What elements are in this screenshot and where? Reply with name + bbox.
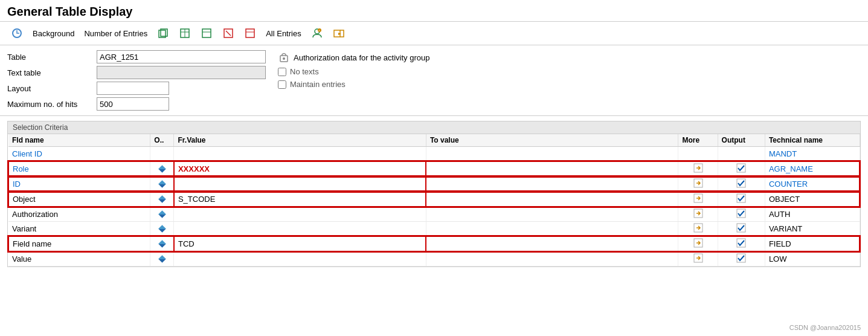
cell-more[interactable] <box>678 207 718 222</box>
form-left: Table Text table Layout Maximum no. of h… <box>7 50 266 111</box>
cell-fld-name[interactable]: Authorization <box>8 207 150 222</box>
export-button[interactable] <box>329 25 349 41</box>
maintain-entries-checkbox[interactable] <box>278 80 286 89</box>
more-arrow-icon[interactable] <box>693 195 703 205</box>
table-row: Value LOW <box>8 251 860 267</box>
cell-fld-name[interactable]: Variant <box>8 221 150 236</box>
svg-rect-6 <box>202 29 211 37</box>
cell-fr-value[interactable] <box>174 147 426 161</box>
diamond-icon <box>158 225 166 233</box>
tech-name-text: OBJECT <box>769 195 800 204</box>
more-arrow-icon[interactable] <box>693 240 703 250</box>
cell-to-value[interactable] <box>426 251 678 267</box>
cell-to-value[interactable] <box>426 207 678 222</box>
cell-op <box>150 147 174 161</box>
cell-fr-value[interactable] <box>174 192 426 207</box>
table-layout-icon <box>201 27 213 39</box>
cell-fld-name[interactable]: Value <box>8 251 150 267</box>
cell-to-value[interactable] <box>426 176 678 192</box>
table-copy-icon <box>157 27 169 39</box>
fld-name-text: Role <box>13 164 29 173</box>
cell-more[interactable] <box>678 251 718 267</box>
cell-more[interactable] <box>678 161 718 176</box>
cell-output[interactable] <box>718 251 765 267</box>
output-checkbox-icon[interactable] <box>736 166 746 175</box>
icon-btn-1[interactable] <box>153 25 173 41</box>
all-entries-button[interactable]: All Entries <box>262 27 305 40</box>
cell-more[interactable] <box>678 176 718 192</box>
cell-to-value[interactable] <box>426 147 678 161</box>
cell-output[interactable] <box>718 207 765 222</box>
no-texts-checkbox[interactable] <box>278 68 286 76</box>
cell-to-value[interactable] <box>426 161 678 176</box>
cell-to-value[interactable] <box>426 192 678 207</box>
cell-fr-value[interactable] <box>174 221 426 236</box>
svg-rect-10 <box>246 29 254 37</box>
output-checkbox-icon[interactable] <box>736 211 746 220</box>
max-hits-input[interactable] <box>97 97 169 111</box>
cell-fld-name[interactable]: Object <box>8 192 150 207</box>
cell-fr-value[interactable] <box>174 207 426 222</box>
page-title: General Table Display <box>7 5 861 19</box>
output-checkbox-icon[interactable] <box>736 225 746 234</box>
diamond-icon <box>158 210 166 218</box>
cell-output[interactable] <box>718 236 765 251</box>
person-button[interactable]: + <box>307 25 327 41</box>
cell-output[interactable] <box>718 192 765 207</box>
cell-to-value[interactable] <box>426 236 678 251</box>
output-checkbox-icon[interactable] <box>736 181 746 190</box>
cell-output[interactable] <box>718 161 765 176</box>
output-checkbox-icon[interactable] <box>736 256 746 265</box>
output-checkbox-icon[interactable] <box>736 241 746 250</box>
more-arrow-icon[interactable] <box>693 180 703 190</box>
cell-to-value[interactable] <box>426 221 678 236</box>
cell-fld-name[interactable]: Client ID <box>8 147 150 161</box>
table-input[interactable] <box>97 50 266 63</box>
fld-name-text: Object <box>13 195 36 204</box>
fr-value-input[interactable] <box>178 164 422 173</box>
cell-op <box>150 176 174 192</box>
icon-btn-3[interactable] <box>197 25 216 41</box>
cell-more[interactable] <box>678 192 718 207</box>
num-entries-button[interactable]: Number of Entries <box>80 27 151 40</box>
refresh-button[interactable] <box>7 25 27 41</box>
cell-fr-value[interactable] <box>174 236 426 251</box>
fr-value-input[interactable] <box>178 195 422 204</box>
selection-section: Selection Criteria Fld name O.. Fr.Value… <box>7 121 861 267</box>
fr-value-input[interactable] <box>178 239 422 248</box>
cell-output[interactable] <box>718 147 765 161</box>
selection-table: Fld name O.. Fr.Value To value More Outp… <box>8 134 860 267</box>
more-arrow-icon[interactable] <box>693 225 703 234</box>
cell-fld-name[interactable]: ID <box>8 176 150 192</box>
more-arrow-icon[interactable] <box>693 255 703 265</box>
icon-btn-2[interactable] <box>175 25 194 41</box>
cell-more[interactable] <box>678 147 718 161</box>
cell-fld-name[interactable]: Field name <box>8 236 150 251</box>
cell-output[interactable] <box>718 176 765 192</box>
layout-input[interactable] <box>97 82 169 95</box>
cell-tech-name: COUNTER <box>765 176 860 192</box>
cell-more[interactable] <box>678 236 718 251</box>
icon-btn-4[interactable] <box>219 25 238 41</box>
output-checkbox-icon[interactable] <box>736 196 746 205</box>
text-table-input[interactable] <box>97 66 266 79</box>
more-arrow-icon[interactable] <box>693 165 703 175</box>
icon-btn-5[interactable] <box>240 25 260 41</box>
diamond-icon <box>158 165 166 173</box>
selection-header: Selection Criteria <box>8 121 860 134</box>
cell-fld-name[interactable]: Role <box>8 161 150 176</box>
cell-fr-value[interactable] <box>174 176 426 192</box>
cell-fr-value[interactable] <box>174 251 426 267</box>
more-arrow-icon[interactable] <box>693 210 703 220</box>
layout-label: Layout <box>7 84 92 93</box>
cell-output[interactable] <box>718 221 765 236</box>
background-label: Background <box>33 29 74 38</box>
cell-fr-value[interactable] <box>174 161 426 176</box>
cell-op <box>150 221 174 236</box>
col-to-value: To value <box>426 134 678 147</box>
cell-more[interactable] <box>678 221 718 236</box>
form-right: Authorization data for the activity grou… <box>278 50 429 111</box>
col-more: More <box>678 134 718 147</box>
table-delete-icon <box>222 27 234 39</box>
background-button[interactable]: Background <box>29 27 78 40</box>
